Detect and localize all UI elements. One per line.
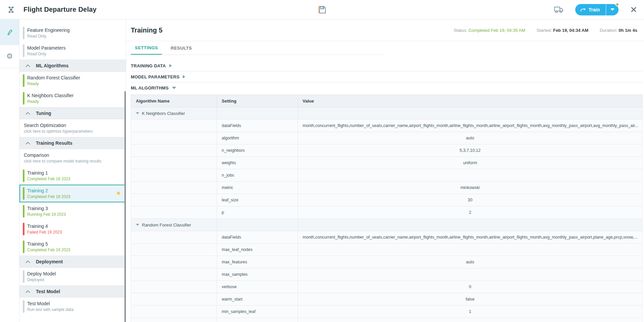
top-header: Flight Departure Delay bbox=[0, 0, 644, 19]
group-toggle[interactable]: Random Forest Classifier bbox=[136, 222, 212, 228]
sidebar-section-training-results[interactable]: Training Results bbox=[19, 137, 126, 149]
sidebar-item-feature-engineering[interactable]: Feature EngineeringRead Only bbox=[19, 24, 126, 42]
page-title: Flight Departure Delay bbox=[23, 6, 97, 13]
training-header: Training 5 Status: Completed Feb 19, 04:… bbox=[126, 19, 644, 41]
sidebar-item-training-3[interactable]: Training 3Running Feb 19 2023 bbox=[19, 202, 126, 220]
sidebar-item-title: Training 1 bbox=[27, 170, 70, 176]
chevron-down-icon bbox=[610, 8, 614, 11]
train-button[interactable]: Train bbox=[575, 4, 606, 15]
sidebar-item-random-forest-classifier[interactable]: Random Forest ClassifierReady bbox=[19, 72, 126, 89]
sidebar-section-label: Tuning bbox=[36, 111, 51, 116]
table-row-warm-start: warm_startfalse bbox=[131, 293, 643, 306]
sidebar-section-test-model[interactable]: Test Model bbox=[19, 285, 126, 298]
cell-value bbox=[298, 169, 643, 182]
close-button[interactable]: ✕ bbox=[630, 5, 637, 14]
duration-label: Duration: bbox=[600, 28, 618, 33]
tab-results[interactable]: RESULTS bbox=[167, 41, 196, 55]
started-value: Feb 19, 04:34 AM bbox=[553, 28, 588, 33]
group-toggle[interactable]: K Neighbors Classifier bbox=[136, 111, 212, 116]
table-row-datafields: dataFieldsmonth,concurrent_flights,numbe… bbox=[131, 120, 643, 132]
cell-algorithm bbox=[131, 194, 217, 206]
cell-setting: dataFields bbox=[217, 231, 298, 244]
sidebar-item-title: Test Model bbox=[27, 301, 73, 306]
sidebar-item-training-2[interactable]: Training 2Completed Feb 18 2023★ bbox=[19, 185, 126, 202]
cell-setting: min_samples_leaf bbox=[217, 306, 298, 318]
sidebar-item-training-5[interactable]: Training 5Completed Feb 19 2023 bbox=[19, 238, 126, 256]
cell-setting: random_state bbox=[217, 318, 298, 322]
group-row-random-forest-classifier: Random Forest Classifier bbox=[131, 219, 643, 231]
table-row-datafields: dataFieldsmonth,concurrent_flights,numbe… bbox=[131, 231, 643, 244]
table-row-metric: metricminkowski bbox=[131, 182, 643, 194]
cell-value: false bbox=[298, 293, 643, 306]
sidebar-item-title: Model Parameters bbox=[27, 45, 65, 51]
section-model-parameters[interactable]: MODEL PARAMETERS bbox=[131, 71, 643, 82]
rail-edit-button[interactable] bbox=[0, 19, 19, 45]
table-row-n-jobs: n_jobs bbox=[131, 169, 643, 182]
sidebar-item-title: Random Forest Classifier bbox=[27, 75, 80, 80]
sidebar-item-search-optimization[interactable]: Search Optimizationclick here to optimiz… bbox=[19, 119, 126, 137]
table-row-leaf-size: leaf_size30 bbox=[131, 194, 643, 206]
section-model-parameters-label: MODEL PARAMETERS bbox=[131, 74, 179, 79]
cell-setting: verbose bbox=[217, 281, 298, 293]
cell-algorithm bbox=[131, 231, 217, 244]
deploy-truck-icon[interactable] bbox=[554, 6, 564, 14]
save-button[interactable] bbox=[317, 5, 327, 15]
cell-setting: n_neighbors bbox=[217, 144, 298, 157]
cell-value bbox=[298, 268, 643, 281]
chevron-up-icon bbox=[25, 64, 30, 67]
cell-setting: algorithm bbox=[217, 132, 298, 144]
sidebar-item-k-neighbors-classifier[interactable]: K Neighbors ClassifierReady bbox=[19, 89, 126, 107]
sidebar-section-label: Training Results bbox=[36, 140, 72, 146]
sidebar-section-label: ML Algorithms bbox=[36, 63, 68, 68]
sidebar-item-title: Search Optimization bbox=[24, 123, 93, 128]
sidebar-item-model-parameters[interactable]: Model ParametersRead Only bbox=[19, 42, 126, 60]
status-bar bbox=[23, 170, 24, 182]
table-row-min-samples-leaf: min_samples_leaf1 bbox=[131, 306, 643, 318]
status-value: Completed Feb 19, 04:35 AM bbox=[469, 28, 525, 33]
sidebar-section-label: Deployment bbox=[36, 259, 63, 264]
table-row-p: p2 bbox=[131, 206, 643, 219]
sidebar-item-subtitle: Read Only bbox=[27, 52, 65, 56]
gear-icon: ⚙ bbox=[6, 52, 13, 61]
cell-setting: p bbox=[217, 206, 298, 219]
cell-algorithm bbox=[131, 169, 217, 182]
sidebar-item-deploy-model[interactable]: Deploy ModelDeployed bbox=[19, 268, 126, 285]
sidebar-section-ml-algorithms[interactable]: ML Algorithms bbox=[19, 60, 126, 72]
sidebar-item-title: Training 4 bbox=[27, 223, 62, 229]
status-bar bbox=[23, 74, 24, 87]
triangle-down-icon bbox=[136, 224, 139, 226]
triangle-right-icon bbox=[169, 64, 172, 67]
triangle-down-icon bbox=[172, 87, 176, 89]
sidebar-item-training-4[interactable]: Training 4Failed Feb 19 2023 bbox=[19, 220, 126, 238]
sidebar-item-title: Training 3 bbox=[27, 206, 66, 211]
settings-sections: TRAINING DATA MODEL PARAMETERS ML ALGORI… bbox=[126, 55, 644, 322]
sidebar-item-test-model[interactable]: Test ModelRun test with sample data bbox=[19, 298, 126, 315]
sidebar-section-deployment[interactable]: Deployment bbox=[19, 256, 126, 268]
section-ml-algorithms-label: ML ALGORITHMS bbox=[131, 85, 169, 90]
sidebar-section-tuning[interactable]: Tuning bbox=[19, 107, 126, 119]
section-ml-algorithms[interactable]: ML ALGORITHMS bbox=[131, 82, 643, 93]
star-icon[interactable]: ★ bbox=[116, 189, 121, 196]
sidebar-item-comparison[interactable]: Comparisonclick here to compare model tr… bbox=[19, 149, 126, 167]
status-bar bbox=[23, 45, 24, 57]
rail-settings-button[interactable]: ⚙ bbox=[0, 45, 19, 68]
sidebar-item-subtitle: Completed Feb 18 2023 bbox=[27, 177, 70, 181]
cell-value: month,concurrent_flights,number_of_seats… bbox=[298, 120, 643, 132]
cell-setting: warm_start bbox=[217, 293, 298, 306]
sidebar-scrollbar[interactable] bbox=[124, 91, 126, 322]
cell-algorithm bbox=[131, 293, 217, 306]
notification-dot bbox=[615, 3, 619, 6]
sidebar-item-subtitle: click here to optimize hyperparameters bbox=[24, 129, 93, 134]
tab-settings[interactable]: SETTINGS bbox=[131, 41, 162, 55]
cell-algorithm bbox=[131, 157, 217, 169]
section-training-data[interactable]: TRAINING DATA bbox=[131, 60, 643, 71]
cell-setting: max_features bbox=[217, 256, 298, 268]
table-row-max-samples: max_samples bbox=[131, 268, 643, 281]
cell-setting: max_samples bbox=[217, 268, 298, 281]
sidebar-item-subtitle: Read Only bbox=[27, 34, 70, 39]
sidebar-item-training-1[interactable]: Training 1Completed Feb 18 2023 bbox=[19, 167, 126, 185]
cell-algorithm bbox=[131, 244, 217, 256]
cell-setting: dataFields bbox=[217, 120, 298, 132]
sidebar-item-subtitle: Failed Feb 19 2023 bbox=[27, 230, 62, 235]
training-title: Training 5 bbox=[131, 26, 162, 34]
